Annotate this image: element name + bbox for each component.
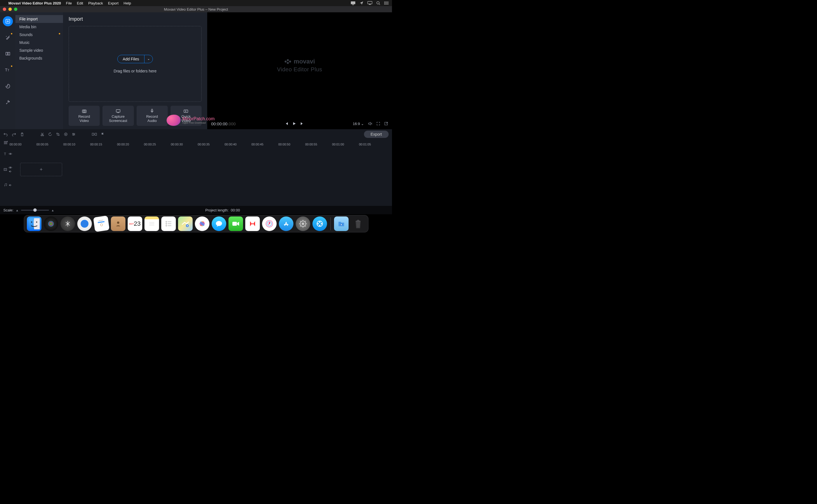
dock-launchpad[interactable] — [60, 216, 75, 231]
menubar-location-icon[interactable] — [360, 1, 363, 5]
eye-icon[interactable] — [8, 166, 12, 169]
svg-point-72 — [166, 225, 167, 226]
svg-rect-80 — [233, 222, 237, 226]
dock-downloads[interactable] — [334, 216, 349, 231]
dock-notes[interactable] — [144, 216, 159, 231]
video-track[interactable]: + — [0, 162, 392, 177]
zoom-out-icon[interactable]: ▴ — [16, 208, 18, 212]
marker-icon[interactable] — [101, 132, 104, 136]
fullscreen-icon[interactable] — [376, 122, 380, 126]
dock-movavi[interactable] — [313, 216, 327, 231]
iconbar-titles[interactable]: TT — [3, 65, 13, 75]
quick-video-button[interactable]: QuickVideo — [170, 106, 201, 126]
menu-playback[interactable]: Playback — [88, 1, 103, 5]
undo-icon[interactable] — [3, 132, 8, 136]
timeline-ruler[interactable]: + 00:00:0000:00:0500:00:1000:00:1500:00:… — [0, 139, 392, 146]
svg-rect-15 — [8, 52, 10, 55]
sidebar-item-music[interactable]: Music — [15, 39, 63, 46]
svg-point-26 — [287, 59, 289, 61]
add-track-icon[interactable]: + — [3, 141, 8, 145]
next-frame-button[interactable] — [300, 122, 304, 126]
dock-reminders[interactable] — [161, 216, 176, 231]
iconbar-more-tools[interactable] — [3, 97, 13, 107]
menubar-airplay-icon[interactable] — [367, 1, 372, 5]
crop-icon[interactable] — [56, 132, 60, 136]
title-track[interactable]: T — [0, 146, 392, 162]
dock-appstore[interactable] — [279, 216, 294, 231]
iconbar-import[interactable] — [3, 16, 13, 26]
rotate-icon[interactable] — [48, 132, 52, 136]
popout-icon[interactable] — [384, 122, 388, 126]
speaker-icon[interactable] — [9, 170, 12, 173]
macos-dock: OCT 23 — [24, 215, 368, 232]
capture-screencast-button[interactable]: CaptureScreencast — [102, 106, 133, 126]
add-clip-placeholder[interactable]: + — [20, 163, 62, 176]
dock-messages[interactable] — [212, 216, 226, 231]
dock-preferences[interactable] — [296, 216, 310, 231]
speaker-icon[interactable] — [9, 184, 12, 187]
dock-calendar[interactable]: OCT 23 — [128, 216, 142, 231]
dock-photos[interactable] — [195, 216, 210, 231]
sidebar-item-media-bin[interactable]: Media bin — [15, 23, 63, 31]
dock-safari[interactable] — [77, 216, 92, 231]
eye-icon[interactable] — [8, 152, 12, 155]
add-files-button[interactable]: Add Files ⌄ — [117, 55, 152, 63]
dock-facetime[interactable] — [229, 216, 243, 231]
svg-line-90 — [305, 226, 306, 227]
sidebar-item-file-import[interactable]: File import — [15, 15, 63, 23]
dock-trash[interactable] — [351, 216, 365, 231]
menu-file[interactable]: File — [66, 1, 72, 5]
redo-icon[interactable] — [12, 132, 16, 136]
window-minimize-button[interactable] — [8, 8, 12, 11]
dock-news[interactable] — [245, 216, 260, 231]
import-dropzone[interactable]: Add Files ⌄ Drag files or folders here — [69, 26, 201, 102]
menu-edit[interactable]: Edit — [77, 1, 83, 5]
menu-help[interactable]: Help — [123, 1, 131, 5]
svg-rect-0 — [351, 1, 355, 4]
prev-frame-button[interactable] — [285, 122, 288, 126]
export-button[interactable]: Export — [364, 131, 389, 138]
sidebar-item-sample-video[interactable]: Sample video — [15, 46, 63, 54]
svg-point-28 — [289, 60, 291, 62]
delete-icon[interactable] — [20, 132, 24, 136]
record-icon[interactable] — [64, 132, 68, 136]
aspect-ratio-selector[interactable]: 16:9 ⌄ — [353, 122, 364, 126]
adjust-icon[interactable] — [72, 132, 76, 136]
zoom-in-icon[interactable]: ▴ — [52, 208, 54, 212]
sidebar-item-sounds[interactable]: Sounds — [15, 31, 63, 39]
svg-rect-43 — [95, 133, 97, 135]
iconbar-effects[interactable] — [3, 32, 13, 43]
iconbar-transitions[interactable] — [3, 49, 13, 59]
sidebar-item-backgrounds[interactable]: Backgrounds — [15, 54, 63, 62]
dock-music[interactable] — [262, 216, 277, 231]
dock-siri[interactable] — [44, 216, 58, 231]
dock-finder[interactable] — [27, 216, 41, 231]
transition-wizard-icon[interactable] — [92, 132, 97, 136]
menu-export[interactable]: Export — [108, 1, 119, 5]
audio-track[interactable] — [0, 177, 392, 193]
svg-point-97 — [317, 223, 319, 225]
mute-icon[interactable] — [368, 122, 372, 126]
scale-slider[interactable] — [21, 210, 49, 211]
cut-icon[interactable] — [40, 132, 44, 136]
project-length-value: 00:00 — [231, 208, 240, 212]
menubar-spotlight-icon[interactable] — [376, 1, 380, 5]
svg-point-94 — [319, 222, 320, 223]
iconbar-stickers[interactable] — [3, 81, 13, 91]
dock-maps[interactable] — [178, 216, 192, 231]
dock-contacts[interactable] — [111, 216, 125, 231]
svg-line-89 — [300, 221, 301, 222]
record-video-button[interactable]: RecordVideo — [69, 106, 100, 126]
brand-subtitle: Video Editor Plus — [277, 66, 322, 73]
record-audio-button[interactable]: RecordAudio — [137, 106, 168, 126]
window-close-button[interactable] — [3, 8, 6, 11]
chevron-down-icon[interactable]: ⌄ — [144, 57, 152, 61]
menubar-menu-icon[interactable] — [384, 1, 389, 5]
svg-rect-42 — [92, 133, 94, 135]
dock-mail[interactable] — [93, 216, 109, 232]
app-name[interactable]: Movavi Video Editor Plus 2020 — [8, 1, 61, 5]
svg-line-91 — [305, 221, 306, 222]
menubar-display-icon[interactable] — [351, 1, 356, 5]
window-maximize-button[interactable] — [14, 8, 17, 11]
play-button[interactable] — [292, 122, 296, 126]
